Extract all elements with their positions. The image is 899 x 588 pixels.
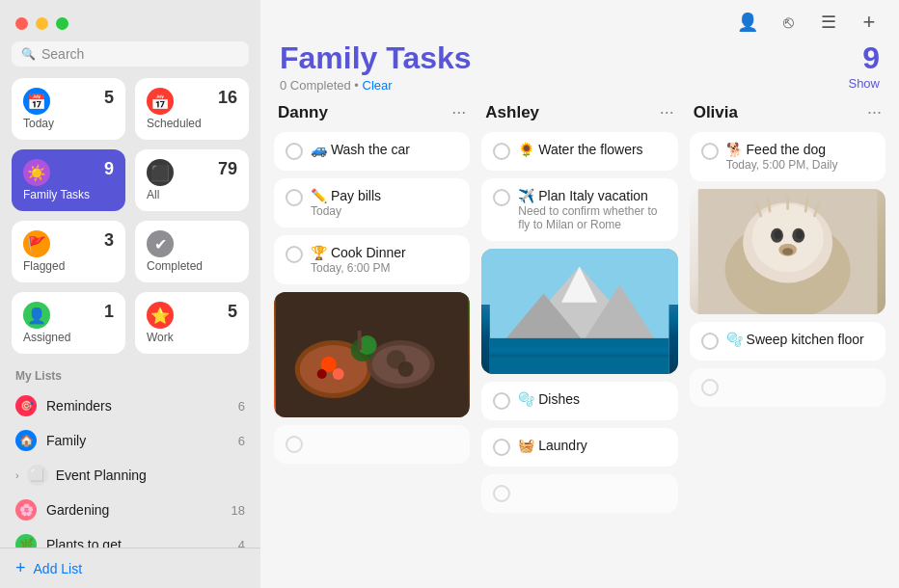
task-name: 🌻 Water the flowers (518, 142, 666, 157)
search-input[interactable]: Search (41, 46, 84, 62)
family-dot: 🏠 (15, 430, 37, 451)
sidebar-item-flagged[interactable]: 🚩 3 Flagged (12, 221, 125, 282)
sidebar-item-today[interactable]: 📅 5 Today (12, 78, 125, 140)
ashley-mountain-image (481, 249, 677, 374)
olivia-add-task[interactable] (690, 368, 885, 407)
flagged-icon: 🚩 (23, 230, 50, 257)
plants-dot: 🌿 (15, 534, 37, 548)
today-label: Today (23, 117, 114, 130)
ashley-more-button[interactable]: ··· (660, 102, 674, 122)
show-button[interactable]: Show (848, 76, 880, 91)
task-circle (701, 379, 719, 396)
search-bar[interactable]: 🔍 Search (12, 41, 249, 67)
list-view-icon[interactable]: ☰ (816, 10, 841, 35)
svg-point-24 (751, 204, 823, 273)
svg-point-4 (333, 368, 344, 380)
sidebar-item-completed[interactable]: ✔ Completed (135, 221, 249, 282)
sidebar-item-all[interactable]: ⬛ 79 All (135, 149, 249, 211)
sidebar-item-plants[interactable]: 🌿 Plants to get 4 (8, 527, 253, 548)
task-laundry[interactable]: 🧺 Laundry (481, 428, 677, 467)
add-list-label: Add List (34, 561, 83, 576)
all-icon: ⬛ (147, 159, 174, 186)
main-header: Family Tasks 0 Completed • Clear 9 Show (260, 40, 899, 102)
scheduled-icon: 📅 (147, 88, 174, 115)
maximize-button[interactable] (56, 17, 68, 30)
my-lists-header: My Lists (0, 365, 260, 388)
danny-add-task[interactable] (274, 425, 470, 464)
sidebar-item-scheduled[interactable]: 📅 16 Scheduled (135, 78, 249, 140)
task-circle (493, 189, 510, 206)
task-wash-car[interactable]: 🚙 Wash the car (274, 132, 470, 171)
share-icon[interactable]: ⎋ (776, 10, 801, 35)
clear-button[interactable]: Clear (363, 78, 393, 93)
task-dishes[interactable]: 🫧 Dishes (481, 382, 677, 420)
task-plan-italy[interactable]: ✈️ Plan Italy vacation Need to confirm w… (481, 178, 677, 241)
completed-text: Completed • (290, 78, 359, 93)
dog-image-visual (690, 189, 885, 314)
olivia-column-header: Olivia ··· (690, 102, 885, 124)
task-sub: Today, 5:00 PM, Daily (726, 158, 874, 172)
flagged-count: 3 (104, 230, 114, 251)
gardening-dot: 🌸 (15, 499, 37, 521)
event-planning-dot: ⬜ (27, 465, 48, 486)
task-name: 🏆 Cook Dinner (311, 245, 458, 260)
toolbar: 👤 ⎋ ☰ + (260, 0, 899, 40)
danny-title: Danny (278, 103, 328, 122)
sidebar-item-event-planning[interactable]: › ⬜ Event Planning (8, 458, 253, 493)
sidebar: 🔍 Search 📅 5 Today 📅 16 Scheduled ☀️ 9 (0, 0, 260, 588)
task-circle (286, 189, 303, 206)
add-task-icon[interactable]: + (857, 10, 882, 35)
sidebar-item-work[interactable]: ⭐ 5 Work (135, 292, 249, 354)
gardening-label: Gardening (46, 502, 109, 518)
column-ashley: Ashley ··· 🌻 Water the flowers ✈️ Plan I… (481, 102, 677, 578)
task-cook-dinner[interactable]: 🏆 Cook Dinner Today, 6:00 PM (274, 235, 470, 284)
column-olivia: Olivia ··· 🐕 Feed the dog Today, 5:00 PM… (690, 102, 885, 578)
task-circle (493, 485, 510, 502)
show-count: 9 (848, 40, 880, 76)
search-icon: 🔍 (21, 47, 36, 61)
reminders-dot: 🎯 (15, 395, 37, 416)
show-badge: 9 Show (848, 40, 880, 91)
minimize-button[interactable] (36, 17, 48, 30)
sidebar-item-reminders[interactable]: 🎯 Reminders 6 (8, 388, 253, 423)
ashley-add-task[interactable] (481, 474, 677, 513)
close-button[interactable] (15, 17, 28, 30)
plants-label: Plants to get (46, 537, 122, 548)
sidebar-item-family-tasks[interactable]: ☀️ 9 Family Tasks (12, 149, 125, 211)
svg-point-9 (398, 361, 414, 377)
olivia-more-button[interactable]: ··· (867, 102, 882, 122)
sidebar-item-family[interactable]: 🏠 Family 6 (8, 423, 253, 458)
task-circle (286, 143, 303, 160)
flagged-label: Flagged (23, 259, 114, 273)
reminders-label: Reminders (46, 398, 112, 414)
add-list-button[interactable]: + Add List (0, 548, 260, 588)
task-name: 🫧 Dishes (518, 391, 666, 407)
olivia-dog-image (690, 189, 885, 314)
svg-line-26 (768, 198, 770, 211)
svg-point-32 (774, 230, 780, 239)
svg-line-28 (805, 198, 807, 211)
all-label: All (147, 188, 237, 201)
family-count: 6 (238, 434, 245, 448)
task-sweep-floor[interactable]: 🫧 Sweep kitchen floor (690, 322, 885, 361)
task-pay-bills[interactable]: ✏️ Pay bills Today (274, 178, 470, 227)
add-list-plus-icon: + (15, 558, 26, 578)
task-sub: Today, 6:00 PM (311, 261, 458, 275)
collaborators-icon[interactable]: 👤 (735, 10, 760, 35)
svg-point-5 (317, 369, 327, 379)
task-name: 🧺 Laundry (518, 438, 666, 453)
task-water-flowers[interactable]: 🌻 Water the flowers (481, 132, 677, 171)
today-count: 5 (104, 88, 114, 108)
task-sub: Today (311, 204, 458, 218)
task-name: 🐕 Feed the dog (726, 142, 874, 157)
sidebar-item-assigned[interactable]: 👤 1 Assigned (12, 292, 125, 354)
completed-icon: ✔ (147, 230, 174, 257)
task-circle (493, 439, 510, 456)
task-feed-dog[interactable]: 🐕 Feed the dog Today, 5:00 PM, Daily (690, 132, 885, 181)
column-danny: Danny ··· 🚙 Wash the car ✏️ Pay bills To… (274, 102, 470, 578)
today-icon: 📅 (23, 88, 50, 115)
work-icon: ⭐ (147, 302, 174, 329)
main-content: 👤 ⎋ ☰ + Family Tasks 0 Completed • Clear… (260, 0, 899, 588)
sidebar-item-gardening[interactable]: 🌸 Gardening 18 (8, 493, 253, 527)
danny-more-button[interactable]: ··· (451, 102, 466, 122)
